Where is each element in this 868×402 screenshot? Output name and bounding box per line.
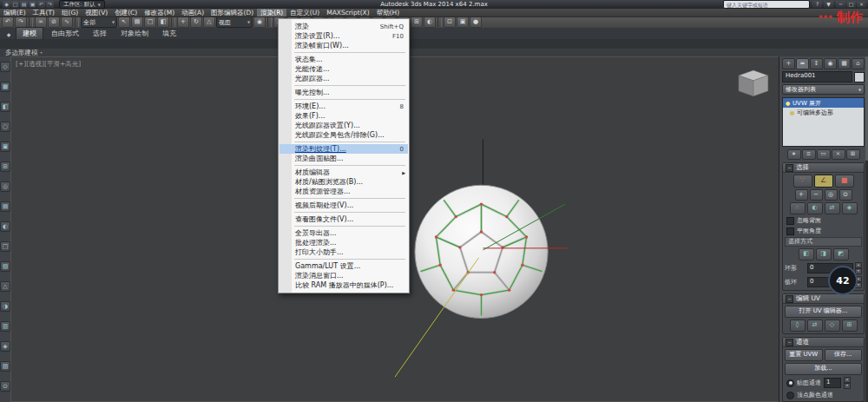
convert-selection-icon[interactable]: ⇄ <box>825 202 840 214</box>
object-color-swatch[interactable] <box>854 72 865 82</box>
app-logo-icon[interactable]: ◆ <box>3 1 10 8</box>
select-by-smoothing-icon[interactable]: ◨ <box>816 248 832 260</box>
ribbon-tab-5[interactable]: 填充 <box>156 28 182 39</box>
modifier-stack-item[interactable]: ●UVW 展开 <box>783 98 864 108</box>
viewcube[interactable] <box>739 70 768 96</box>
polygon-subobject-icon[interactable]: ■ <box>835 175 854 188</box>
left-dock-icon-10[interactable]: □ <box>0 241 10 252</box>
render-menu-item[interactable]: 效果(F)... <box>279 111 408 121</box>
new-scene-icon[interactable]: ▢ <box>11 1 19 8</box>
left-dock-icon-1[interactable]: ◇ <box>0 62 10 72</box>
collapse-icon[interactable]: − <box>786 339 793 346</box>
render-menu-item[interactable]: 查看图像文件(V)... <box>279 214 408 224</box>
object-name-field[interactable]: Hedra001 <box>782 71 852 82</box>
save-uvw-button[interactable]: 保存... <box>825 349 863 361</box>
render-production-icon[interactable]: ● <box>470 16 482 28</box>
render-menu-item[interactable]: 光线跟踪全局包含/排除(G)... <box>279 130 408 140</box>
vertex-color-channel-radio[interactable] <box>786 392 794 399</box>
make-unique-icon[interactable]: ▭ <box>817 149 831 160</box>
schematic-view-icon[interactable]: ⊞ <box>411 16 423 28</box>
quick-planar-map-icon[interactable]: ◊ <box>790 320 806 332</box>
window-crossing-icon[interactable]: ◧ <box>157 16 169 28</box>
channel-rollout-header[interactable]: − 通道 <box>783 338 864 347</box>
undo-icon[interactable]: ↶ <box>2 16 14 28</box>
material-editor-icon[interactable]: ◐ <box>424 16 436 28</box>
ignore-backfacing-checkbox[interactable] <box>786 217 794 225</box>
left-dock-icon-3[interactable]: ◧ <box>0 102 10 112</box>
quick-transform-icon[interactable]: ⇄ <box>807 320 823 332</box>
menubar-item-7[interactable]: 动画(A) <box>178 9 207 16</box>
save-file-icon[interactable]: ▣ <box>29 1 36 8</box>
left-dock-icon-16[interactable]: ▨ <box>0 361 10 372</box>
selection-rollout-header[interactable]: − 选择 <box>783 163 864 173</box>
point-to-point-selection-icon[interactable]: ∴ <box>790 202 806 214</box>
menubar-item-11[interactable]: MAXScript(X) <box>323 9 372 16</box>
maximize-button[interactable]: □ <box>846 1 856 8</box>
display-tab-icon[interactable]: ▦ <box>838 58 851 69</box>
left-dock-icon-17[interactable]: ⊙ <box>0 381 10 392</box>
render-menu-item[interactable]: 材质/贴图浏览器(B)... <box>279 177 408 187</box>
render-menu-item[interactable]: 渲染帧窗口(W)... <box>279 41 408 50</box>
left-dock-icon-13[interactable]: ◑ <box>0 301 10 312</box>
ring-spinner-arrows[interactable]: ▴▾ <box>855 262 862 274</box>
edit-uv-rollout-header[interactable]: − 编辑 UV <box>783 294 864 304</box>
edge-loop-icon[interactable]: ◎ <box>825 189 838 201</box>
render-menu-item[interactable]: 渲染设置(R)...F10 <box>279 31 408 41</box>
collapse-icon[interactable]: − <box>786 164 793 172</box>
motion-tab-icon[interactable]: ◉ <box>824 58 837 69</box>
render-menu-item[interactable]: 光跟踪器... <box>279 74 408 83</box>
infocenter-arrow-icon[interactable]: ▼ <box>824 1 833 8</box>
close-button[interactable]: × <box>857 1 866 8</box>
left-dock-icon-9[interactable]: ◐ <box>0 221 10 232</box>
left-dock-icon-4[interactable]: ○ <box>0 122 10 132</box>
viewport-label[interactable]: [+][透视][平滑+高光] <box>16 60 81 69</box>
load-uvw-button[interactable]: 加载... <box>785 363 862 375</box>
render-menu-item[interactable]: 渲染Shift+Q <box>279 22 408 31</box>
ribbon-tab-4[interactable]: 对象绘制 <box>115 28 155 39</box>
render-menu-item[interactable]: 材质资源管理器... <box>279 187 408 196</box>
configure-modifier-sets-icon[interactable]: ⊞ <box>846 149 860 160</box>
unlink-selection-icon[interactable]: ⊘ <box>48 16 60 28</box>
left-dock-icon-2[interactable]: ▦ <box>0 82 10 92</box>
reset-uvw-button[interactable]: 重置 UVW <box>785 349 823 361</box>
menubar-item-10[interactable]: 自定义(U) <box>286 9 323 16</box>
map-channel-spinner-arrows[interactable]: ▴▾ <box>844 377 851 389</box>
modify-tab-icon[interactable]: ≈ <box>796 58 809 69</box>
render-menu-item[interactable]: 打印大小助手... <box>279 247 408 257</box>
select-object-icon[interactable]: ↖ <box>118 16 130 28</box>
menubar-item-3[interactable]: 组(G) <box>58 9 82 16</box>
render-menu-item[interactable]: 曝光控制... <box>279 88 408 97</box>
menubar-item-2[interactable]: 工具(T) <box>30 9 58 16</box>
edge-subobject-icon[interactable]: ∠ <box>814 175 833 188</box>
render-menu-item[interactable]: 光能传递... <box>279 64 408 74</box>
ribbon-tab-3[interactable]: 选择 <box>87 28 113 39</box>
modifier-list-dropdown[interactable]: 修改器列表 ▼ <box>782 84 865 95</box>
menubar-item-6[interactable]: 修改器(M) <box>141 9 178 16</box>
render-menu-item[interactable]: 环境(E)...8 <box>279 102 408 111</box>
vertex-subobject-icon[interactable]: ∵ <box>793 175 812 188</box>
select-and-rotate-icon[interactable]: ↻ <box>190 16 202 28</box>
soccer-ball[interactable] <box>415 185 548 318</box>
render-setup-icon[interactable]: ⊡ <box>444 16 456 28</box>
bind-to-space-warp-icon[interactable]: ∿ <box>61 16 73 28</box>
render-menu-item[interactable]: Gamma/LUT 设置... <box>279 261 408 271</box>
ribbon-tab-2[interactable]: 自由形式 <box>45 28 85 39</box>
select-by-name-icon[interactable]: ▤ <box>131 16 143 28</box>
render-menu-item[interactable]: 状态集... <box>279 55 408 64</box>
left-dock-icon-12[interactable]: △ <box>0 281 10 292</box>
ribbon-icon[interactable]: ◆ <box>3 30 14 39</box>
reference-coordinate-combo[interactable]: 视图▼ <box>216 16 253 28</box>
show-end-result-icon[interactable]: ≡ <box>802 149 816 160</box>
render-menu-item[interactable]: 渲染到纹理(T)...0 <box>279 144 408 154</box>
hierarchy-tab-icon[interactable]: ↕ <box>810 58 823 69</box>
infocenter-search-input[interactable] <box>723 0 810 9</box>
visibility-bulb-icon[interactable]: ● <box>785 100 791 106</box>
grow-selection-icon[interactable]: + <box>795 189 808 201</box>
select-and-scale-icon[interactable]: △ <box>203 16 215 28</box>
shrink-selection-icon[interactable]: − <box>810 189 823 201</box>
ribbon-tab-1[interactable]: 建模 <box>16 27 43 39</box>
render-menu-item[interactable]: 光线跟踪器设置(Y)... <box>279 121 408 130</box>
edge-ring-icon[interactable]: ⊙ <box>839 189 852 201</box>
pin-stack-icon[interactable]: ∗ <box>787 149 801 160</box>
render-menu-item[interactable]: 渲染曲面贴图... <box>279 154 408 163</box>
